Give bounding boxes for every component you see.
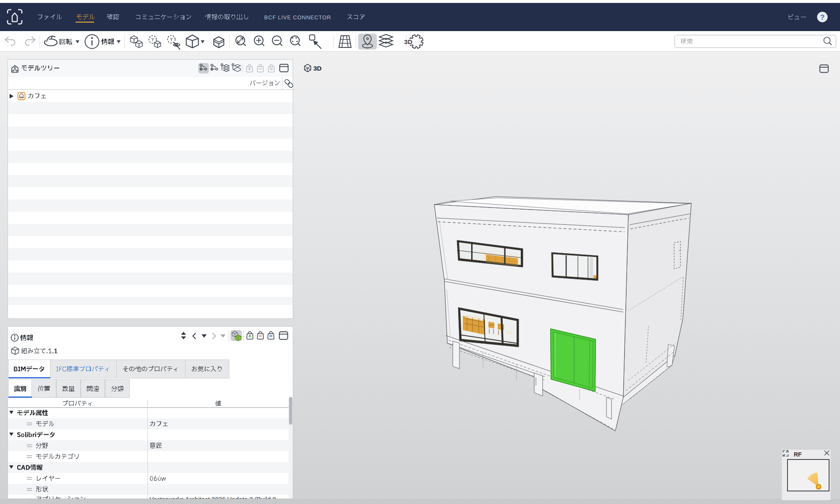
svg-text:3D: 3D <box>313 65 322 72</box>
svg-text:3D: 3D <box>404 38 412 45</box>
svg-text:Y: Y <box>170 37 173 42</box>
svg-text:?: ? <box>820 13 824 21</box>
svg-text:Y: Y <box>151 37 154 42</box>
svg-text:RF: RF <box>794 451 802 458</box>
svg-text:BCF LIVE CONNECTOR: BCF LIVE CONNECTOR <box>264 14 331 21</box>
svg-text:Vectorworks Architect 2026 Upd: Vectorworks Architect 2026 Update 2 (Bui… <box>150 496 276 503</box>
